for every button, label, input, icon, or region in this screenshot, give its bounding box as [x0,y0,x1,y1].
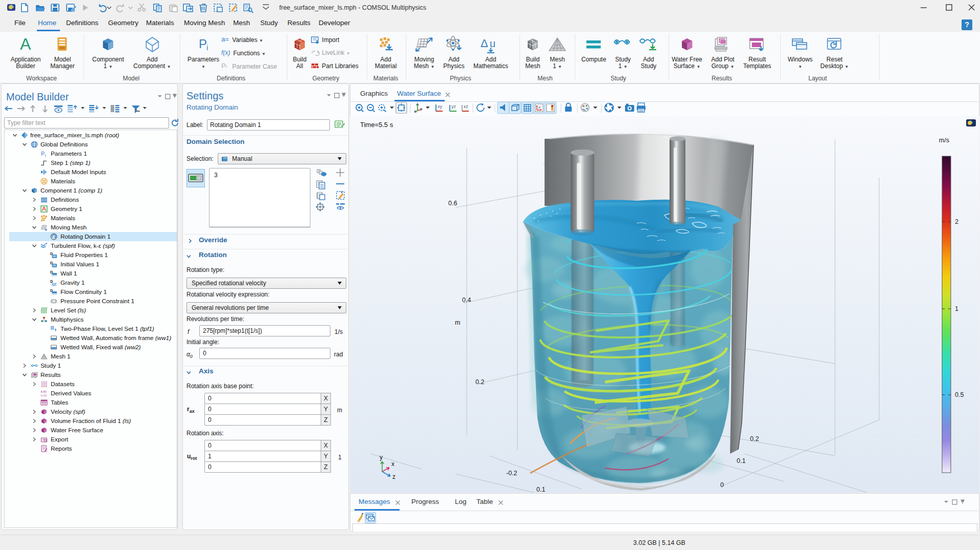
svg-text:z: z [392,473,395,480]
svg-text:u: u [490,38,495,49]
svg-text:8.85: 8.85 [41,390,47,393]
svg-text:xy: xy [437,104,443,109]
svg-text:0.6: 0.6 [448,200,457,207]
svg-text:m/s: m/s [939,137,949,144]
svg-text:0: 0 [720,481,724,489]
svg-text:f(x): f(x) [221,49,230,56]
svg-text:Δ: Δ [481,37,488,50]
svg-text:P: P [199,37,207,51]
svg-text:D: D [50,279,53,284]
svg-text:0.2: 0.2 [750,435,759,442]
svg-text:xz: xz [464,104,469,109]
svg-text:A: A [20,36,31,53]
svg-text:Pi: Pi [221,62,227,70]
svg-text:2: 2 [955,218,958,225]
svg-text:0.2: 0.2 [475,378,484,386]
svg-text:-0.2: -0.2 [506,470,517,477]
svg-text:yz: yz [451,104,456,109]
svg-text:e-12: e-12 [41,394,47,397]
svg-text:1: 1 [955,305,958,312]
svg-text:P: P [41,151,45,157]
svg-text:0.4: 0.4 [462,297,471,304]
svg-text:0.5: 0.5 [955,391,964,398]
svg-text:x: x [391,460,394,468]
svg-text:i: i [45,153,46,157]
svg-text:y: y [380,454,383,461]
svg-text:a=: a= [221,36,229,43]
svg-text:i: i [206,43,208,52]
svg-text:0.1: 0.1 [737,457,745,464]
svg-text:0.1: 0.1 [536,486,545,493]
svg-text:m: m [455,319,460,326]
